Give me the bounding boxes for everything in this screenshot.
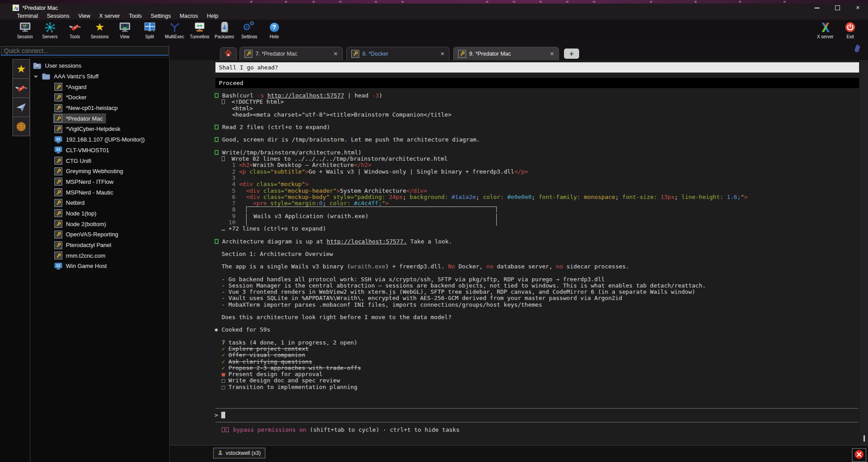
menu-item-view[interactable]: View <box>74 13 95 19</box>
tab-close-icon[interactable]: ✕ <box>436 51 445 57</box>
key-icon <box>54 251 62 259</box>
toolbar-label: Tools <box>69 34 80 39</box>
session-label: CLT-VMHOST01 <box>66 147 109 154</box>
terminal-prompt[interactable]: > <box>215 409 860 422</box>
tree-item-docker[interactable]: *Docker <box>30 92 169 103</box>
session-label: Node 2(bottom) <box>66 221 106 227</box>
key-icon <box>458 50 466 58</box>
swiss-knife-icon <box>69 21 81 33</box>
menu-item-tools[interactable]: Tools <box>124 13 146 19</box>
terminal-line: ■ Present design for approval <box>215 371 860 377</box>
user-session-label: vstockwell (x3) <box>226 450 261 456</box>
sidebar: ★ User sessionsAAA Vantz's Stuff*Asgard*… <box>0 45 170 462</box>
terminal-line: - Vault uses SQLite in %APPDATA%\Wraith\… <box>215 295 860 301</box>
tree-item-ctg-unifi[interactable]: CTG Unifi <box>30 155 169 166</box>
session-label: Greyming Webhosting <box>66 168 123 174</box>
menu-item-help[interactable]: Help <box>203 13 223 19</box>
scrollbar-thumb[interactable] <box>864 435 865 442</box>
tab-label: 9. *Predator Mac <box>469 51 511 57</box>
tree-item-new-cp01-heistacp[interactable]: *New-cp01-heistacp <box>30 103 169 113</box>
tunneling-arrows-icon <box>194 21 206 33</box>
session-label: Node 1(top) <box>66 210 97 217</box>
tree-item-greyming-webhosting[interactable]: Greyming Webhosting <box>30 166 169 177</box>
key-icon <box>54 178 62 186</box>
key-icon <box>54 167 62 175</box>
tab-label: 8. *Docker <box>362 51 388 57</box>
terminal-cursor <box>221 412 225 418</box>
rail-swiss-knife-icon[interactable] <box>12 79 30 98</box>
dialog-question: Shall I go ahead? <box>215 62 859 73</box>
menu-item-settings[interactable]: Settings <box>146 13 175 19</box>
close-button[interactable]: ✕ <box>848 4 868 12</box>
paperclip-attach-icon[interactable] <box>854 44 861 55</box>
tree-item-win-game-host[interactable]: Win Game Host <box>30 261 169 272</box>
terminal-line: <html> <box>215 105 860 112</box>
tree-item-rmm-t2cnc-com[interactable]: rmm.t2cnc.com <box>30 250 169 261</box>
toolbar-view-button[interactable]: View <box>112 21 137 43</box>
tree-item-mspnerd-itflow[interactable]: MSPNerd - ITFlow <box>30 177 169 187</box>
tab-close-icon[interactable]: ✕ <box>329 51 338 57</box>
rail-globe-icon[interactable] <box>12 117 30 136</box>
tree-item-predator-mac[interactable]: *Predator Mac <box>30 113 169 124</box>
tree-item-node-2-bottom[interactable]: Node 2(bottom) <box>30 219 169 229</box>
tree-item-mspnerd-mautic[interactable]: MSPNerd - Mautic <box>30 187 169 198</box>
terminal-line: 9 Wails v3 Application (wraith.exe) <box>215 213 860 219</box>
minimize-button[interactable] <box>807 4 827 12</box>
tab-8-docker[interactable]: 8. *Docker✕ <box>346 47 450 60</box>
terminal-line: Read 2 files (ctrl+o to expand) <box>215 124 860 130</box>
terminal-line: 7 tasks (4 done, 1 in progress, 2 open) <box>215 340 860 346</box>
tree-item-netbird[interactable]: Netbird <box>30 198 169 208</box>
toolbar-label: Split <box>145 34 154 39</box>
tab-home[interactable] <box>220 47 237 60</box>
tree-item-vigilcyber-helpdesk[interactable]: *VigilCyber-Helpdesk <box>30 124 169 134</box>
terminal-blank-line <box>170 245 860 251</box>
session-label: MSPNerd - Mautic <box>66 189 113 196</box>
toolbar-label: Session <box>17 34 33 39</box>
toolbar-tools-button[interactable]: Tools <box>62 21 87 43</box>
terminal-link[interactable]: http://localhost:57577. <box>327 238 407 245</box>
session-label: *Predator Mac <box>66 115 103 122</box>
terminal-line: ✓ Explore project context <box>215 346 860 352</box>
tree-item-user-sessions[interactable]: User sessions <box>30 61 169 71</box>
tree-item-aaa-vantz-s-stuff[interactable]: AAA Vantz's Stuff <box>30 71 169 82</box>
chevron-down-icon[interactable] <box>32 74 39 79</box>
terminal-scrollbar[interactable] <box>860 60 868 445</box>
terminal-blank-line <box>170 130 860 137</box>
session-monitor-icon <box>19 21 31 33</box>
terminal-blank-line <box>170 257 860 263</box>
home-icon <box>225 50 232 58</box>
terminal-blank-line <box>170 143 860 150</box>
restore-button[interactable] <box>827 4 848 12</box>
tree-item-asgard[interactable]: *Asgard <box>30 81 169 92</box>
menu-item-terminal[interactable]: Terminal <box>12 13 42 19</box>
tab-9-predator-mac[interactable]: 9. *Predator Mac✕ <box>453 47 559 60</box>
user-session-button[interactable]: vstockwell (x3) <box>213 448 265 458</box>
multiexec-branch-icon <box>170 21 180 33</box>
tree-item-192-168-1-107-ups-monitor[interactable]: 192.168.1.107 ([UPS-Monitor]) <box>30 134 169 145</box>
menu-item-x-server[interactable]: X server <box>95 13 125 19</box>
tab-7-predator-mac[interactable]: 7. *Predator Mac✕ <box>239 47 343 60</box>
tree-item-clt-vmhost01[interactable]: CLT-VMHOST01 <box>30 145 169 156</box>
toolbar-sessions-button[interactable]: ★Sessions <box>87 21 112 43</box>
tree-item-openvas-reporting[interactable]: OpenVAS-Reporting <box>30 229 169 240</box>
menu-item-macros[interactable]: Macros <box>175 13 203 19</box>
new-tab-button[interactable]: + <box>564 49 579 59</box>
rail-star-icon[interactable]: ★ <box>12 59 30 79</box>
terminate-button[interactable] <box>852 448 866 462</box>
quick-connect-input[interactable] <box>1 46 169 56</box>
dialog-option-proceed[interactable]: Proceed <box>215 78 859 88</box>
background-strip-dot <box>486 1 488 3</box>
tree-item-pterodactyl-panel[interactable]: Pterodactyl Panel <box>30 240 169 251</box>
session-label: CTG Unifi <box>66 158 91 164</box>
toolbar-servers-button[interactable]: Servers <box>37 21 62 43</box>
key-icon <box>54 125 62 133</box>
toolbar-session-button[interactable]: Session <box>12 21 37 43</box>
folder-icon <box>42 73 50 80</box>
terminal-line: … +72 lines (ctrl+o to expand) <box>215 226 860 232</box>
rail-paper-plane-icon[interactable] <box>12 98 30 117</box>
tree-item-node-1-top[interactable]: Node 1(top) <box>30 208 169 219</box>
tab-close-icon[interactable]: ✕ <box>545 51 554 57</box>
menu-item-sessions[interactable]: Sessions <box>42 13 74 19</box>
toolbar-split-button[interactable]: Split <box>137 21 162 43</box>
terminal-link[interactable]: http://localhost:57577 <box>268 92 344 99</box>
